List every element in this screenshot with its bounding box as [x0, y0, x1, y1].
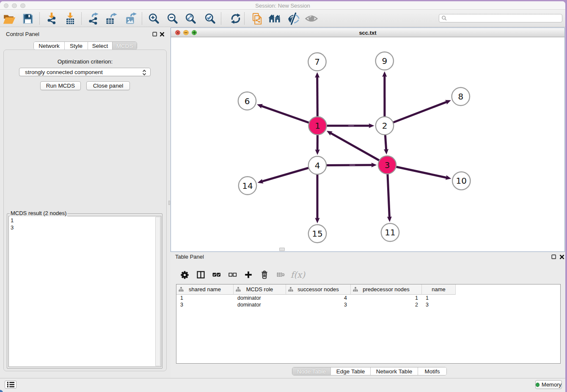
tab-network[interactable]: Network — [34, 42, 64, 50]
tab-mcds[interactable]: MCDS — [112, 42, 137, 50]
cell-predecessor-nodes[interactable]: 1 — [351, 295, 422, 301]
cell-successor-nodes[interactable]: 3 — [286, 301, 351, 308]
gear-icon — [181, 271, 189, 279]
refresh-button[interactable] — [229, 12, 242, 25]
criterion-value: strongly connected component — [25, 69, 103, 75]
zoom-fit-button[interactable] — [184, 12, 198, 25]
edge-3-1[interactable] — [330, 133, 387, 165]
column-header-MCDS-role[interactable]: MCDS role — [234, 284, 286, 295]
cell-name[interactable]: 3 — [422, 301, 456, 308]
float-panel-icon[interactable] — [152, 32, 157, 37]
table-add-button[interactable] — [242, 269, 254, 281]
search-input[interactable] — [439, 14, 562, 22]
column-header-shared-name[interactable]: shared name — [176, 284, 234, 295]
table-header-row: shared nameMCDS rolesuccessor nodesprede… — [176, 284, 456, 295]
node-label-14: 14 — [242, 181, 253, 191]
criterion-select[interactable]: strongly connected component — [19, 68, 151, 76]
node-label-8: 8 — [458, 91, 463, 102]
node-label-9: 9 — [382, 56, 387, 66]
close-x-icon — [160, 32, 165, 37]
export-network-icon — [87, 12, 100, 25]
float-table-panel-icon[interactable] — [551, 254, 556, 259]
table-function-builder-button[interactable]: f(x) — [290, 269, 306, 281]
toolbar-separator — [221, 12, 221, 25]
table-split-view-button[interactable] — [195, 269, 206, 281]
export-image-icon — [125, 12, 138, 25]
close-panel-button[interactable]: Close panel — [86, 81, 130, 90]
arrowhead-1-2 — [369, 123, 374, 128]
cell-shared-name[interactable]: 1 — [176, 295, 234, 301]
import-table-button[interactable] — [63, 12, 77, 25]
open-session-button[interactable] — [3, 12, 16, 25]
zoom-selected-button[interactable] — [204, 12, 217, 25]
result-scrollbar[interactable] — [155, 217, 160, 366]
show-all-button[interactable] — [305, 12, 318, 25]
run-mcds-button[interactable]: Run MCDS — [40, 81, 81, 90]
cell-MCDS-role[interactable]: dominator — [234, 295, 286, 301]
network-canvas[interactable]: 1234678910111415 — [171, 37, 564, 251]
column-header-predecessor-nodes[interactable]: predecessor nodes — [351, 284, 422, 295]
cell-predecessor-nodes[interactable]: 2 — [351, 301, 422, 308]
table-delete-table-button[interactable] — [275, 269, 287, 281]
table-deselect-all-button[interactable] — [227, 269, 239, 281]
cell-name[interactable]: 1 — [422, 295, 456, 301]
zoom-in-icon — [148, 12, 160, 25]
cell-MCDS-role[interactable]: dominator — [234, 301, 286, 308]
import-network-button[interactable] — [45, 12, 58, 25]
node-table: shared nameMCDS rolesuccessor nodesprede… — [176, 284, 561, 364]
memory-button[interactable]: Memory — [535, 380, 562, 389]
trash-icon — [261, 271, 268, 279]
zoom-in-button[interactable] — [147, 12, 161, 25]
tab-node-table[interactable]: Node Table — [292, 367, 330, 375]
split-view-icon — [197, 271, 205, 279]
network-frame: scc.txt 1234678910111415 — [171, 28, 565, 252]
column-label: MCDS role — [246, 286, 273, 293]
vertical-splitter-grip[interactable] — [168, 201, 170, 205]
column-label: shared name — [189, 286, 221, 293]
function-builder-label: f(x) — [291, 270, 305, 280]
table-row[interactable]: 3dominator323 — [176, 301, 456, 308]
tab-motifs[interactable]: Motifs — [418, 367, 446, 375]
zoom-out-button[interactable] — [166, 12, 179, 25]
export-table-button[interactable] — [105, 12, 118, 25]
tab-style[interactable]: Style — [64, 42, 88, 50]
cell-successor-nodes[interactable]: 4 — [286, 295, 351, 301]
eye-slash-icon — [287, 12, 300, 25]
save-session-button[interactable] — [21, 12, 35, 25]
table-select-all-button[interactable] — [211, 269, 223, 281]
close-panel-icon[interactable] — [160, 32, 165, 37]
node-label-2: 2 — [382, 121, 388, 131]
main-toolbar — [0, 10, 565, 27]
clone-network-button[interactable] — [250, 12, 264, 25]
edge-2-8[interactable] — [385, 102, 447, 126]
hide-selected-button[interactable] — [287, 12, 300, 25]
save-floppy-icon — [22, 12, 34, 25]
column-header-successor-nodes[interactable]: successor nodes — [286, 284, 351, 295]
task-history-button[interactable] — [5, 381, 17, 389]
tab-edge-table[interactable]: Edge Table — [330, 367, 370, 375]
table-settings-button[interactable] — [179, 269, 190, 281]
tab-network-table[interactable]: Network Table — [370, 367, 418, 375]
plus-icon — [245, 271, 252, 279]
export-image-button[interactable] — [124, 12, 138, 25]
horizontal-splitter-grip[interactable] — [279, 248, 285, 251]
mcds-result-list[interactable]: 13 — [8, 216, 161, 367]
unchecked-boxes-icon — [228, 271, 237, 279]
edge-label-mark — [348, 125, 354, 126]
close-table-panel-icon[interactable] — [559, 254, 564, 259]
export-network-button[interactable] — [87, 12, 100, 25]
control-panel-tabs: NetworkStyleSelectMCDS — [33, 41, 137, 50]
close-x-icon — [559, 254, 564, 259]
node-label-7: 7 — [314, 57, 320, 67]
table-row[interactable]: 1dominator411 — [176, 295, 456, 301]
table-delete-button[interactable] — [259, 269, 270, 281]
first-neighbors-button[interactable] — [268, 12, 281, 25]
list-icon — [7, 381, 15, 388]
zoom-fit-icon — [184, 12, 197, 25]
tab-select[interactable]: Select — [88, 42, 112, 50]
node-label-4: 4 — [315, 160, 320, 171]
toolbar-separator — [142, 12, 142, 25]
column-header-name[interactable]: name — [422, 284, 456, 295]
node-label-10: 10 — [456, 176, 467, 186]
cell-shared-name[interactable]: 3 — [176, 301, 234, 308]
